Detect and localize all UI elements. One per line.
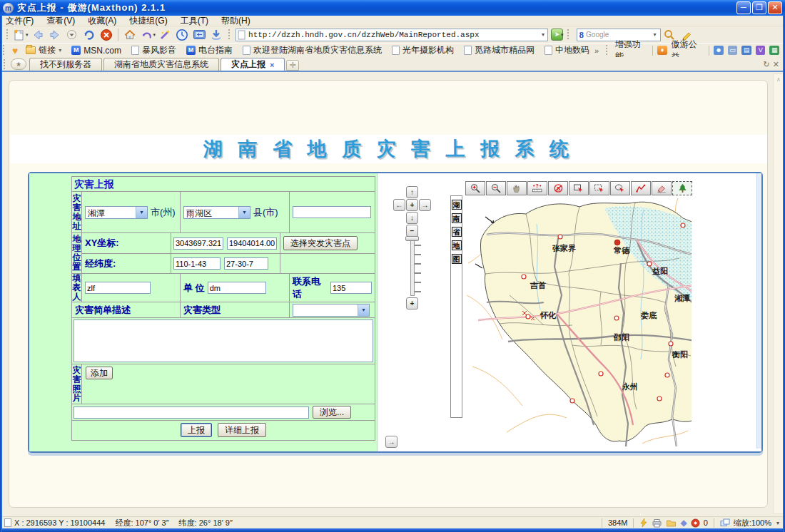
- wand-button[interactable]: [156, 27, 173, 42]
- description-textarea[interactable]: [74, 319, 373, 362]
- feed-icon[interactable]: V: [756, 46, 766, 55]
- zoom-windows-icon[interactable]: [720, 518, 730, 527]
- menu-file[interactable]: 文件(F): [6, 15, 34, 27]
- maximize-button[interactable]: ❐: [752, 1, 766, 14]
- home-button[interactable]: [121, 27, 138, 42]
- hunan-map[interactable]: 张家界 常德 益阳 湘潭 吉首 怀化 娄底 邵阳 衡阳 永州: [465, 195, 692, 447]
- pan-left-button[interactable]: ←: [393, 199, 405, 211]
- close-button[interactable]: ✕: [768, 1, 782, 14]
- add-photo-button[interactable]: 添加: [86, 367, 113, 379]
- zoom-in-step-button[interactable]: +: [406, 297, 418, 310]
- download-button[interactable]: [208, 27, 225, 42]
- grid-icon[interactable]: ▦: [769, 46, 779, 55]
- unit-input[interactable]: [208, 282, 266, 294]
- zoom-dropdown-icon[interactable]: ▾: [775, 520, 781, 526]
- pick-disaster-point-button[interactable]: 选择突发灾害点: [283, 236, 358, 250]
- map-scrollbar[interactable]: [756, 173, 761, 449]
- new-tab-plus-button[interactable]: ✛: [286, 60, 299, 71]
- url-text[interactable]: http://dzzh.hndh.gov.cn/dzzhWeb/MainRepo…: [248, 31, 540, 39]
- strip-char[interactable]: 湖: [452, 200, 462, 210]
- folder-icon[interactable]: [666, 518, 677, 527]
- map-tool-s-marker[interactable]: S: [548, 181, 568, 195]
- menu-view[interactable]: 查看(V): [46, 15, 75, 27]
- proxy-icon[interactable]: ☻: [714, 46, 724, 55]
- phone-input[interactable]: [330, 282, 372, 294]
- urlbar-gripper[interactable]: [227, 29, 231, 41]
- tab-server-not-found[interactable]: 找不到服务器: [29, 58, 102, 71]
- reporter-name-input[interactable]: [85, 282, 151, 294]
- bookmark-hunan-geo[interactable]: 欢迎登陆湖南省地质灾害信息系统: [238, 44, 387, 56]
- bookmark-milu[interactable]: 觅路城市精品网: [459, 44, 540, 56]
- bookmarks-gripper[interactable]: [2, 45, 6, 56]
- minimize-button[interactable]: ─: [736, 1, 751, 14]
- address-detail-input[interactable]: [293, 206, 371, 218]
- back-button[interactable]: [29, 27, 46, 42]
- select-arrow-icon[interactable]: ▼: [358, 305, 369, 316]
- tab-gripper[interactable]: [2, 59, 6, 71]
- map-tool-measure[interactable]: ?: [527, 181, 547, 195]
- stop-button[interactable]: [98, 27, 115, 42]
- undo-caret[interactable]: ▾: [153, 32, 156, 38]
- pan-center-button[interactable]: +: [406, 199, 418, 211]
- refresh-button[interactable]: [81, 27, 98, 42]
- tab-hunan-geo-system[interactable]: 湖南省地质灾害信息系统: [103, 58, 219, 71]
- go-caret[interactable]: ▾: [561, 32, 564, 38]
- map-tool-zoom-rect[interactable]: [569, 181, 589, 195]
- select-arrow-icon[interactable]: ▼: [136, 207, 147, 218]
- latitude-input[interactable]: [224, 257, 268, 270]
- pan-up-button[interactable]: ↑: [406, 186, 418, 198]
- popup-blocker-icon[interactable]: [691, 518, 700, 528]
- pan-down-button[interactable]: ↓: [406, 212, 418, 224]
- bookmark-zhongdi[interactable]: 中地数码: [540, 44, 594, 56]
- bookmark-photo[interactable]: 光年摄影机构: [387, 44, 459, 56]
- collapse-panel-button[interactable]: →: [385, 436, 397, 448]
- tab-list-close-icon[interactable]: ✕: [773, 60, 779, 69]
- county-select[interactable]: 雨湖区▼: [183, 206, 250, 219]
- bookmark-msn[interactable]: MMSN.com: [66, 46, 126, 56]
- map-tool-eraser[interactable]: [652, 181, 672, 195]
- menu-groups[interactable]: 快捷组(G): [129, 15, 167, 27]
- printer-icon[interactable]: [652, 518, 662, 528]
- strip-char[interactable]: 图: [452, 254, 462, 264]
- capture-button[interactable]: [191, 27, 208, 42]
- window-icon[interactable]: ▭: [728, 46, 738, 55]
- x-coordinate-input[interactable]: [173, 237, 223, 250]
- y-coordinate-input[interactable]: [227, 237, 277, 250]
- address-bar[interactable]: http://dzzh.hndh.gov.cn/dzzhWeb/MainRepo…: [236, 29, 548, 41]
- select-arrow-icon[interactable]: ▼: [238, 207, 250, 218]
- tab-refresh-icon[interactable]: ↻: [764, 60, 770, 69]
- session-star-button[interactable]: ★: [11, 58, 26, 70]
- links-folder[interactable]: 链接 ▾: [21, 44, 66, 56]
- tab-disaster-report[interactable]: 灾点上报 ×: [221, 58, 285, 71]
- menu-help[interactable]: 帮助(H): [221, 15, 250, 27]
- zoom-out-step-button[interactable]: −: [406, 225, 418, 237]
- map-tool-polyline[interactable]: [631, 181, 651, 195]
- report-button[interactable]: 上报: [181, 423, 212, 437]
- map-tool-select-circle[interactable]: [610, 181, 630, 195]
- notes-icon[interactable]: ▤: [741, 46, 751, 55]
- search-gripper[interactable]: [567, 29, 570, 41]
- map-tool-zoom-out[interactable]: [486, 181, 506, 195]
- new-tab-caret[interactable]: ▾: [26, 32, 29, 38]
- lightning-icon[interactable]: [639, 518, 648, 528]
- map-tool-select-rect[interactable]: [589, 181, 609, 195]
- plugin-gripper[interactable]: [605, 45, 609, 56]
- longitude-input[interactable]: [173, 257, 221, 270]
- disaster-type-select[interactable]: ▼: [293, 304, 370, 317]
- toolbar-gripper[interactable]: [5, 29, 9, 41]
- file-path-input[interactable]: [74, 406, 309, 419]
- pan-right-button[interactable]: →: [419, 199, 431, 211]
- zoom-level[interactable]: 缩放:100%: [734, 518, 771, 528]
- zoom-slider-handle[interactable]: [405, 236, 419, 241]
- map-tool-zoom-in[interactable]: [465, 181, 485, 195]
- history-button[interactable]: [173, 27, 191, 42]
- history-dropdown-button[interactable]: [64, 27, 81, 42]
- strip-char[interactable]: 省: [452, 227, 462, 237]
- city-select[interactable]: 湘潭▼: [85, 206, 148, 219]
- strip-char[interactable]: 地: [452, 240, 462, 250]
- map-tool-layers-tree[interactable]: [672, 181, 692, 195]
- detail-report-button[interactable]: 详细上报: [218, 423, 266, 437]
- menu-tools[interactable]: 工具(T): [181, 15, 208, 27]
- bookmarks-overflow[interactable]: »: [594, 46, 599, 55]
- map-canvas[interactable]: 张家界 常德 益阳 湘潭 吉首 怀化 娄底 邵阳 衡阳 永州: [465, 195, 692, 447]
